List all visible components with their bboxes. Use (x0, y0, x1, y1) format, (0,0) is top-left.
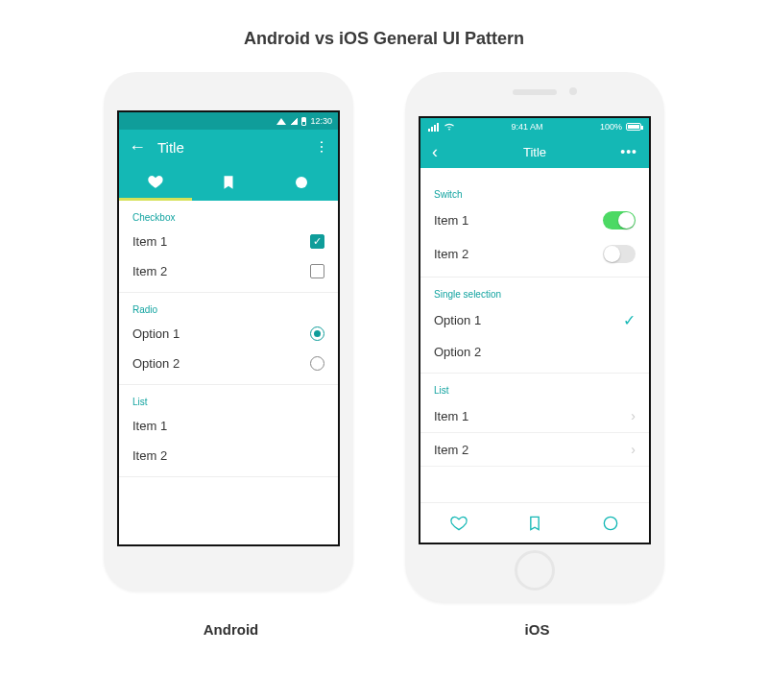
list-row[interactable]: Item 1 › (420, 399, 649, 433)
row-label: Option 1 (132, 326, 180, 341)
row-label: Item 2 (132, 264, 167, 278)
android-screen: 12:30 ← Title ⋯ Checkbox Item 1 (117, 110, 340, 546)
checkbox-row[interactable]: Item 1 ✓ (119, 227, 338, 256)
tab-circle[interactable] (573, 514, 649, 533)
radio-row[interactable]: Option 2 (119, 349, 338, 378)
heart-icon (147, 173, 164, 190)
status-time: 9:41 AM (454, 122, 600, 132)
bookmark-icon (220, 174, 237, 191)
list-row[interactable]: Item 2 (119, 441, 338, 471)
list-row[interactable]: Item 1 (119, 411, 338, 441)
overflow-menu-icon[interactable]: ⋯ (314, 140, 329, 155)
chevron-right-icon: › (631, 442, 636, 457)
radio-icon[interactable] (310, 356, 324, 371)
checkbox-row[interactable]: Item 2 (119, 256, 338, 286)
list-heading: List (420, 374, 649, 399)
list-row[interactable]: Item 2 › (420, 433, 649, 467)
battery-icon (301, 117, 306, 126)
circle-icon (293, 174, 310, 191)
radio-heading: Radio (119, 293, 338, 319)
ios-screen: 9:41 AM 100% ‹ Title ••• Switch Item 1 I… (419, 116, 651, 544)
switch-toggle[interactable] (603, 211, 636, 229)
wifi-icon (444, 123, 454, 131)
single-select-row[interactable]: Option 1 ✓ (420, 303, 649, 337)
row-label: Item 2 (132, 448, 167, 463)
tab-heart[interactable] (420, 514, 496, 533)
single-selection-heading: Single selection (420, 278, 649, 303)
row-label: Item 2 (434, 443, 468, 457)
ios-nav-bar: ‹ Title ••• (420, 135, 649, 168)
row-label: Item 1 (434, 213, 468, 228)
android-phone-frame: 12:30 ← Title ⋯ Checkbox Item 1 (104, 72, 353, 591)
bookmark-icon (525, 514, 544, 533)
row-label: Item 2 (434, 247, 468, 261)
tab-bookmark[interactable] (192, 164, 265, 201)
svg-point-1 (605, 517, 617, 529)
row-label: Option 2 (434, 345, 481, 359)
row-label: Item 1 (132, 234, 167, 249)
list-heading: List (119, 385, 338, 411)
ios-label: iOS (410, 621, 664, 638)
back-arrow-icon[interactable]: ← (129, 138, 146, 156)
row-label: Option 2 (132, 356, 180, 371)
tab-heart[interactable] (119, 164, 192, 201)
circle-icon (601, 514, 620, 533)
signal-icon (428, 123, 439, 132)
single-select-row[interactable]: Option 2 (420, 337, 649, 367)
ios-status-bar: 9:41 AM 100% (420, 118, 649, 135)
heart-icon (449, 514, 468, 533)
phone-comparison: 12:30 ← Title ⋯ Checkbox Item 1 (0, 72, 768, 602)
android-label: Android (104, 621, 358, 638)
switch-row[interactable]: Item 1 (420, 204, 649, 237)
tab-bookmark[interactable] (496, 514, 572, 533)
tab-circle[interactable] (265, 164, 338, 201)
nav-title: Title (451, 145, 618, 159)
checkbox-heading: Checkbox (119, 201, 338, 227)
wifi-icon (276, 118, 286, 125)
switch-toggle[interactable] (603, 245, 636, 263)
checkmark-icon: ✓ (623, 311, 636, 329)
android-status-bar: 12:30 (119, 112, 338, 130)
svg-point-0 (296, 177, 307, 188)
ios-tab-bar (420, 502, 649, 543)
checkbox-icon[interactable] (310, 264, 324, 278)
app-bar-title: Title (157, 139, 302, 156)
row-label: Item 1 (434, 409, 468, 423)
battery-icon (626, 123, 641, 131)
battery-percent: 100% (600, 122, 622, 132)
status-time: 12:30 (310, 116, 332, 126)
checkbox-icon[interactable]: ✓ (310, 234, 324, 249)
switch-row[interactable]: Item 2 (420, 237, 649, 271)
back-chevron-icon[interactable]: ‹ (432, 142, 451, 162)
signal-icon (290, 118, 298, 125)
android-tab-bar (119, 164, 338, 201)
radio-row[interactable]: Option 1 (119, 319, 338, 349)
row-label: Option 1 (434, 313, 481, 327)
radio-icon[interactable] (310, 326, 324, 341)
more-icon[interactable]: ••• (618, 144, 637, 159)
platform-labels: Android iOS (0, 602, 768, 638)
chevron-right-icon: › (631, 408, 636, 423)
android-app-bar: ← Title ⋯ (119, 130, 338, 164)
ios-phone-frame: 9:41 AM 100% ‹ Title ••• Switch Item 1 I… (405, 72, 664, 602)
page-title: Android vs iOS General UI Pattern (0, 0, 768, 72)
row-label: Item 1 (132, 419, 167, 433)
switch-heading: Switch (420, 178, 649, 204)
home-button[interactable] (515, 550, 555, 591)
